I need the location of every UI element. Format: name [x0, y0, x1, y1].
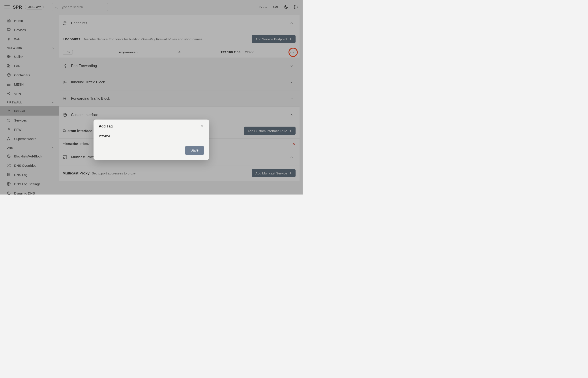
- tag-name-input[interactable]: [99, 133, 204, 141]
- modal-title: Add Tag: [99, 124, 113, 128]
- save-button[interactable]: Save: [185, 146, 204, 155]
- modal-backdrop[interactable]: [0, 0, 303, 194]
- close-icon[interactable]: [200, 125, 204, 128]
- add-tag-modal: Add Tag nzyme Save: [94, 120, 209, 160]
